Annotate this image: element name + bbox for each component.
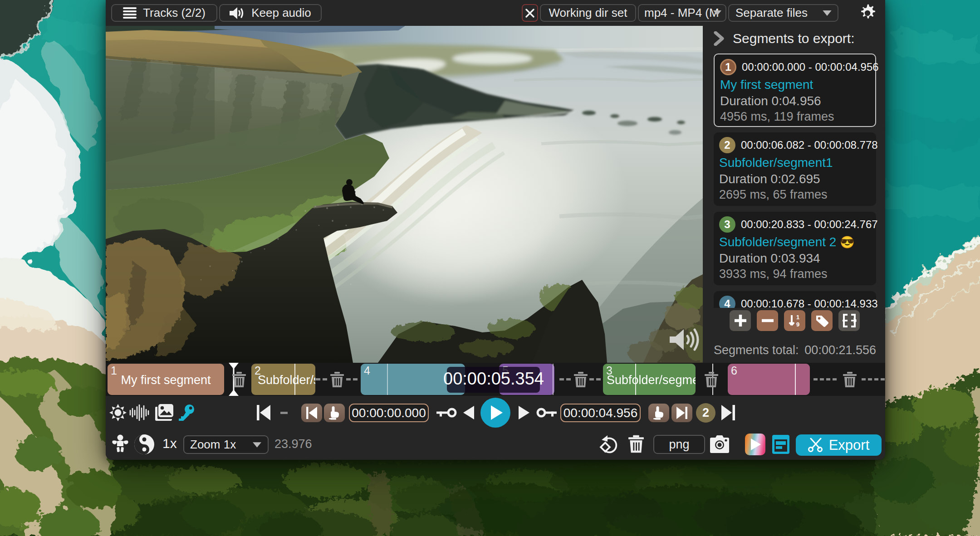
svg-text:1: 1 — [796, 314, 799, 321]
svg-text:9: 9 — [796, 321, 799, 328]
